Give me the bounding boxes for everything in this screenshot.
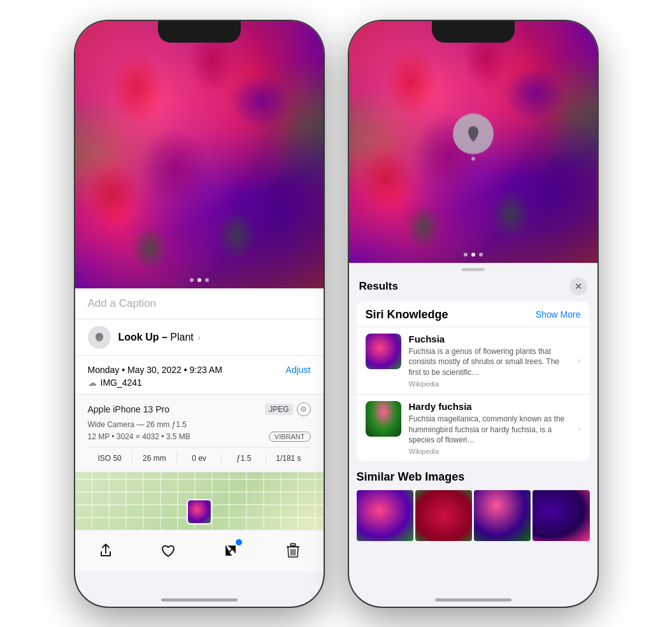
hardy-thumbnail (366, 401, 401, 437)
siri-button[interactable] (453, 113, 494, 154)
results-header: Results ✕ (349, 271, 597, 302)
fuchsia-desc: Fuchsia is a genus of flowering plants t… (409, 346, 570, 378)
caption-placeholder: Add a Caption (88, 297, 157, 309)
exif-aperture: ƒ1.5 (222, 453, 266, 464)
results-title: Results (359, 280, 398, 293)
exif-row: ISO 50 26 mm 0 ev ƒ1.5 1/181 s (88, 447, 311, 464)
siri-leaf-icon (464, 124, 483, 143)
hardy-desc: Fuchsia magellanica, commonly known as t… (409, 414, 570, 446)
phone-left: Add a Caption Look Up – Plant › (75, 21, 324, 607)
dot-2 (197, 278, 201, 282)
similar-image-2[interactable] (415, 490, 472, 541)
show-more-button[interactable]: Show More (536, 309, 581, 320)
info-badge (234, 538, 243, 547)
lookup-label: Look Up – Plant › (118, 332, 201, 343)
close-button[interactable]: ✕ (569, 278, 587, 295)
dot-r1 (464, 253, 468, 257)
dot-r2 (471, 253, 475, 257)
vibrant-badge: VIBRANT (269, 432, 311, 442)
hardy-text: Hardy fuchsia Fuchsia magellanica, commo… (409, 401, 570, 455)
lookup-row[interactable]: Look Up – Plant › (75, 320, 324, 356)
photo-right (349, 21, 597, 263)
trash-icon (286, 543, 300, 558)
svg-rect-1 (287, 546, 299, 547)
device-name: Apple iPhone 13 Pro (88, 404, 169, 414)
siri-knowledge-title: Siri Knowledge (366, 308, 448, 321)
date-text: Monday • May 30, 2022 • 9:23 AM (88, 365, 222, 375)
similar-image-3[interactable] (474, 490, 531, 541)
photo-dots (190, 278, 209, 282)
home-bar-right (435, 598, 511, 602)
screen-right: Results ✕ Siri Knowledge Show More Fuchs… (349, 21, 597, 607)
hardy-chevron-icon: › (578, 423, 581, 433)
fuchsia-thumbnail (366, 334, 401, 369)
hardy-name: Hardy fuchsia (409, 401, 570, 412)
map-section[interactable] (75, 472, 324, 530)
similar-title: Similar Web Images (357, 470, 590, 484)
fuchsia-chevron-icon: › (578, 355, 581, 365)
phone-right: Results ✕ Siri Knowledge Show More Fuchs… (349, 21, 597, 607)
format-badge: JPEG (265, 404, 292, 415)
siri-dot (471, 157, 475, 160)
similar-image-1[interactable] (357, 490, 413, 541)
map-photo-thumb (187, 499, 212, 525)
fuchsia-source: Wikipedia (409, 380, 570, 388)
share-button[interactable] (94, 539, 117, 562)
exif-ev: 0 ev (177, 453, 222, 464)
section-header: Siri Knowledge Show More (357, 302, 590, 327)
knowledge-item-fuchsia[interactable]: Fuchsia Fuchsia is a genus of flowering … (357, 327, 590, 394)
adjust-button[interactable]: Adjust (286, 365, 311, 375)
similar-image-4[interactable] (533, 490, 589, 541)
exif-iso: ISO 50 (88, 453, 132, 464)
results-sheet: Results ✕ Siri Knowledge Show More Fuchs… (349, 263, 597, 547)
share-icon (98, 543, 113, 558)
similar-images (357, 490, 590, 541)
screen-left: Add a Caption Look Up – Plant › (75, 21, 324, 607)
siri-knowledge-section: Siri Knowledge Show More Fuchsia Fuchsia… (357, 302, 590, 462)
hardy-source: Wikipedia (409, 447, 570, 455)
content-left: Add a Caption Look Up – Plant › (75, 288, 324, 571)
device-row: Apple iPhone 13 Pro JPEG ⚙ (88, 402, 311, 416)
camera-row: Wide Camera — 26 mm ƒ1.5 (88, 420, 311, 429)
fuchsia-name: Fuchsia (409, 334, 570, 344)
filename-row: ☁ IMG_4241 (88, 377, 311, 388)
exif-shutter: 1/181 s (266, 453, 310, 464)
flower-overlay (75, 21, 324, 288)
info-button[interactable] (219, 539, 242, 562)
device-section: Apple iPhone 13 Pro JPEG ⚙ Wide Camera —… (75, 395, 324, 472)
dot-1 (190, 278, 194, 282)
favorite-button[interactable] (157, 539, 180, 562)
caption-area[interactable]: Add a Caption (75, 288, 324, 320)
filename-text: IMG_4241 (101, 377, 142, 388)
delete-button[interactable] (282, 539, 304, 562)
notch-right (432, 21, 515, 43)
dot-r3 (479, 253, 483, 257)
photo-dots-right (464, 253, 483, 257)
gear-icon[interactable]: ⚙ (297, 402, 311, 416)
dot-3 (205, 278, 209, 282)
similar-section: Similar Web Images (349, 461, 597, 546)
notch-left (158, 21, 241, 43)
date-row: Monday • May 30, 2022 • 9:23 AM Adjust (88, 365, 311, 375)
exif-mm: 26 mm (132, 453, 177, 464)
info-section: Monday • May 30, 2022 • 9:23 AM Adjust ☁… (75, 356, 324, 395)
home-bar-left (161, 598, 238, 602)
mp-row: 12 MP • 3024 × 4032 • 3.5 MB VIBRANT (88, 432, 311, 442)
badges: JPEG ⚙ (265, 402, 310, 416)
cloud-icon: ☁ (88, 377, 97, 388)
knowledge-item-hardy[interactable]: Hardy fuchsia Fuchsia magellanica, commo… (357, 394, 590, 461)
leaf-icon (94, 332, 105, 343)
toolbar-left (75, 530, 324, 571)
lookup-chevron-icon: › (197, 332, 201, 342)
heart-icon (161, 543, 176, 558)
fuchsia-text: Fuchsia Fuchsia is a genus of flowering … (409, 334, 570, 388)
photo-left[interactable] (75, 21, 324, 288)
svg-rect-2 (290, 544, 296, 546)
mp-text: 12 MP • 3024 × 4032 • 3.5 MB (88, 432, 190, 441)
lookup-icon (88, 326, 111, 349)
